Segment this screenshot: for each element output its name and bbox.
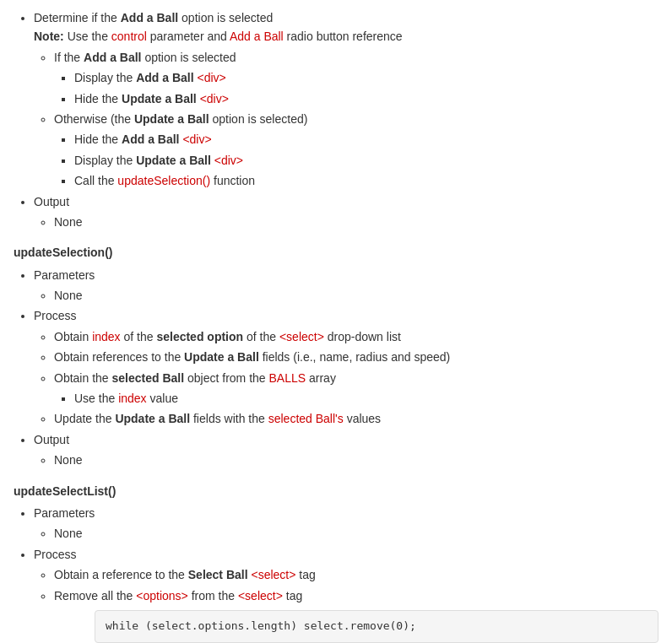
div-red1: <div>	[198, 71, 226, 84]
selected-option-bold: selected option	[156, 330, 243, 343]
note-label: Note:	[34, 30, 64, 43]
display-update-ball: Display the Update a Ball <div>	[74, 151, 658, 170]
process-sub-1: Obtain index of the selected option of t…	[54, 327, 658, 429]
select-ref3: <select>	[238, 589, 283, 602]
params-sub-2: None	[54, 524, 658, 543]
update-select-list-list: Parameters None Process Obtain a referen…	[34, 504, 658, 643]
output-none-1: None	[54, 213, 658, 231]
params-sub-1: None	[54, 286, 658, 305]
update-ball-bold5: Update a Ball	[115, 412, 190, 425]
update-selection-heading: updateSelection()	[14, 243, 658, 262]
update-select-list-heading: updateSelectList()	[14, 482, 658, 500]
use-index-sub: Use the index value	[74, 389, 658, 408]
index-ref: index	[92, 330, 120, 343]
process-item-2: Process Obtain a reference to the Select…	[34, 545, 658, 643]
output-item-1: Output None	[34, 192, 658, 232]
update-selection-ref: updateSelection()	[117, 174, 210, 187]
update-selection-list: Parameters None Process Obtain index of …	[34, 266, 658, 470]
page-content: Determine if the Add a Ball option is se…	[14, 8, 658, 643]
obtain-index: Obtain index of the selected option of t…	[54, 327, 658, 346]
params-none-1: None	[54, 286, 658, 305]
determine-text: Determine if the Add a Ball option is se…	[34, 11, 273, 24]
select-ref2: <select>	[251, 568, 295, 581]
otherwise-children: Hide the Add a Ball <div> Display the Up…	[74, 130, 658, 190]
output-item-2: Output None	[34, 430, 658, 470]
add-ball-bold4: Add a Ball	[122, 132, 179, 146]
div-red4: <div>	[214, 154, 243, 167]
use-index: Use the index value	[74, 389, 658, 408]
params-none-2: None	[54, 524, 658, 543]
if-add-ball: If the Add a Ball option is selected Dis…	[54, 48, 658, 108]
update-ball-bold1: Update a Ball	[122, 92, 197, 105]
update-ball-bold2: Update a Ball	[134, 112, 209, 126]
balls-ref1: BALLS	[269, 371, 306, 385]
output-sub-1: None	[54, 213, 658, 231]
code-block-container: while (select.options.length) select.rem…	[95, 610, 658, 643]
add-ball-bold: Add a Ball	[121, 11, 178, 24]
parameters-item-2: Parameters None	[34, 504, 658, 543]
add-ball-ref: Add a Ball	[230, 30, 284, 43]
list-item-determine: Determine if the Add a Ball option is se…	[34, 8, 658, 191]
process-item-1: Process Obtain index of the selected opt…	[34, 306, 658, 428]
div-red2: <div>	[200, 92, 229, 105]
obtain-selected-ball: Obtain the selected Ball object from the…	[54, 369, 658, 408]
update-ball-bold4: Update a Ball	[184, 350, 259, 364]
if-list: If the Add a Ball option is selected Dis…	[54, 48, 658, 191]
parameters-item-1: Parameters None	[34, 266, 658, 305]
obtain-select-ref: Obtain a reference to the Select Ball <s…	[54, 565, 658, 584]
note-text: Note: Use the control parameter and Add …	[34, 30, 403, 43]
add-ball-bold2: Add a Ball	[84, 51, 141, 64]
div-red3: <div>	[182, 132, 211, 146]
control-ref: control	[111, 30, 147, 43]
display-add-ball: Display the Add a Ball <div>	[74, 68, 658, 87]
if-add-ball-children: Display the Add a Ball <div> Hide the Up…	[74, 68, 658, 108]
update-ball-bold3: Update a Ball	[136, 154, 211, 167]
hide-update-ball: Hide the Update a Ball <div>	[74, 89, 658, 108]
remove-options: Remove all the <options> from the <selec…	[54, 586, 658, 643]
call-update-selection: Call the updateSelection() function	[74, 171, 658, 190]
selected-ball-bold: selected Ball	[112, 371, 185, 385]
select-ref1: <select>	[279, 330, 324, 343]
add-ball-bold3: Add a Ball	[136, 71, 193, 84]
otherwise-item: Otherwise (the Update a Ball option is s…	[54, 110, 658, 191]
options-ref: <options>	[136, 589, 188, 602]
top-list: Determine if the Add a Ball option is se…	[34, 8, 658, 231]
selected-balls-ref: selected Ball's	[268, 412, 344, 425]
index-ref2: index	[118, 392, 146, 405]
output-sub-2: None	[54, 451, 658, 469]
hide-add-ball: Hide the Add a Ball <div>	[74, 130, 658, 149]
process-sub-2: Obtain a reference to the Select Ball <s…	[54, 565, 658, 643]
code-block: while (select.options.length) select.rem…	[95, 610, 658, 643]
output-none-2: None	[54, 451, 658, 469]
select-ball-bold: Select Ball	[188, 568, 248, 581]
update-fields: Update the Update a Ball fields with the…	[54, 409, 658, 428]
obtain-references: Obtain references to the Update a Ball f…	[54, 348, 658, 366]
